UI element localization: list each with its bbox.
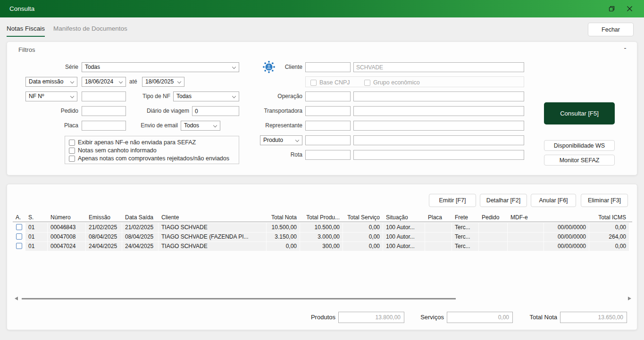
rota-code-input[interactable]	[305, 150, 351, 160]
column-header[interactable]: Frete	[452, 214, 478, 222]
operacao-name-input[interactable]	[353, 91, 524, 101]
detalhar-button[interactable]: Detalhar [F2]	[480, 194, 527, 207]
scroll-right-icon[interactable]	[628, 297, 631, 300]
chevron-down-icon	[119, 80, 123, 83]
tab-manifesto-documentos[interactable]: Manifesto de Documentos	[53, 23, 127, 37]
horizontal-scrollbar[interactable]	[13, 296, 632, 301]
table-cell: 10.500,00	[267, 223, 300, 232]
operacao-code-input[interactable]	[305, 91, 351, 101]
table-cell: 300,00	[300, 242, 343, 251]
column-header[interactable]: Total Serviço	[343, 214, 383, 222]
column-header[interactable]: Situação	[383, 214, 425, 222]
column-header[interactable]	[544, 214, 589, 222]
produto-field-select[interactable]: Produto	[260, 135, 302, 145]
table-cell	[479, 242, 507, 251]
table-row[interactable]: 010004684321/02/202521/02/2025TIAGO SCHV…	[13, 223, 632, 232]
representante-code-input[interactable]	[305, 121, 351, 131]
date-field-select[interactable]: Data emissão	[25, 77, 77, 87]
column-header[interactable]: A.	[13, 214, 25, 222]
placa-label: Placa	[7, 121, 78, 131]
chevron-down-icon	[70, 80, 74, 83]
table-cell: 01	[25, 223, 47, 232]
chevron-down-icon	[177, 80, 181, 83]
diario-viagem-label: Diário de viagem	[118, 106, 189, 116]
cliente-name-input[interactable]	[353, 62, 524, 72]
column-header[interactable]: Número	[48, 214, 85, 222]
table-cell: 0,00	[343, 223, 383, 232]
scrollbar-thumb[interactable]	[22, 298, 456, 299]
nf-field-select[interactable]: NF Nº	[25, 91, 77, 101]
produtos-total-field	[338, 312, 404, 323]
window-title: Consulta	[9, 5, 34, 12]
row-checkbox[interactable]	[16, 243, 22, 249]
column-header[interactable]: Total Produ...	[300, 214, 343, 222]
table-cell: 00/00/0000	[544, 242, 589, 251]
table-cell: 0,00	[589, 223, 629, 232]
disponibilidade-ws-button[interactable]: Disponibilidade WS	[544, 140, 615, 151]
nfe-nao-enviada-checkbox[interactable]	[69, 140, 75, 146]
emitir-button[interactable]: Emitir [F7]	[429, 194, 476, 207]
rota-label: Rota	[232, 150, 302, 160]
close-icon[interactable]	[619, 0, 640, 17]
rota-name-input[interactable]	[353, 150, 524, 160]
table-cell: 264,00	[589, 232, 629, 241]
chevron-down-icon	[295, 138, 299, 142]
sem-canhoto-checkbox[interactable]	[69, 148, 75, 154]
column-header[interactable]: MDF-e	[508, 214, 544, 222]
table-row[interactable]: 010004700808/04/202508/04/2025TIAGO SCHV…	[13, 232, 632, 241]
cliente-code-input[interactable]	[305, 62, 351, 72]
base-cnpj-checkbox	[310, 80, 317, 86]
table-cell: 10.500,00	[300, 223, 343, 232]
column-header[interactable]: Pedido	[479, 214, 507, 222]
row-checkbox[interactable]	[16, 224, 22, 230]
row-checkbox-cell	[13, 232, 25, 241]
anular-button[interactable]: Anular [F6]	[531, 194, 576, 207]
collapse-filters-button[interactable]: -	[619, 44, 631, 53]
envio-email-select[interactable]: Todos	[181, 121, 220, 131]
row-checkbox[interactable]	[16, 233, 22, 240]
tab-notas-fiscais[interactable]: Notas Fiscais	[7, 23, 45, 37]
table-cell: 00047024	[48, 242, 85, 251]
table-cell: 0,00	[343, 232, 383, 241]
table-cell: 01	[25, 242, 47, 251]
eliminar-button[interactable]: Eliminar [F3]	[581, 194, 628, 207]
chevron-down-icon	[213, 124, 217, 127]
table-cell: TIAGO SCHVADE	[159, 242, 266, 251]
table-cell: 00/00/0000	[544, 223, 589, 232]
transportadora-name-input[interactable]	[353, 106, 524, 116]
servicos-total-label: Serviços	[397, 312, 444, 323]
scroll-left-icon[interactable]	[15, 297, 18, 300]
column-header[interactable]: Emissão	[86, 214, 122, 222]
fechar-button[interactable]: Fechar	[588, 23, 634, 36]
monitor-sefaz-button[interactable]: Monitor SEFAZ	[544, 155, 615, 166]
produto-name-input[interactable]	[353, 135, 524, 145]
row-checkbox-cell	[13, 223, 25, 232]
table-cell: TIAGO SCHVADE	[159, 223, 266, 232]
total-nota-field	[560, 312, 627, 323]
column-header[interactable]: Data Saída	[122, 214, 158, 222]
filters-panel: Filtros - Série Todas Data emissão 18/06…	[7, 41, 637, 175]
column-header[interactable]: Total Nota	[267, 214, 300, 222]
transportadora-code-input[interactable]	[305, 106, 351, 116]
table-cell: 100 Autor...	[383, 232, 425, 241]
table-cell: 100 Autor...	[383, 242, 425, 251]
table-cell: Terc...	[452, 223, 478, 232]
column-header[interactable]: Placa	[425, 214, 452, 222]
results-table: A.S.NúmeroEmissãoData SaídaClienteTotal …	[13, 214, 632, 251]
filters-title: Filtros	[18, 46, 35, 53]
produto-code-input[interactable]	[305, 135, 351, 145]
consultar-button[interactable]: Consultar [F5]	[544, 102, 615, 124]
row-checkbox-cell	[13, 242, 25, 251]
serie-select[interactable]: Todas	[82, 62, 239, 72]
date-from-select[interactable]: 18/06/2024	[82, 77, 126, 87]
column-header[interactable]: Total ICMS	[589, 214, 629, 222]
column-header[interactable]: Cliente	[159, 214, 266, 222]
table-row[interactable]: 010004702424/04/202524/04/2025TIAGO SCHV…	[13, 242, 632, 251]
table-cell: 21/02/2025	[122, 223, 158, 232]
column-header[interactable]: S.	[25, 214, 47, 222]
comprovantes-rejeitados-checkbox[interactable]	[69, 156, 75, 162]
tipo-nf-select[interactable]: Todas	[173, 91, 239, 101]
representante-name-input[interactable]	[353, 121, 524, 131]
date-to-select[interactable]: 18/06/2025	[142, 77, 184, 87]
total-nota-label: Total Nota	[510, 312, 557, 323]
